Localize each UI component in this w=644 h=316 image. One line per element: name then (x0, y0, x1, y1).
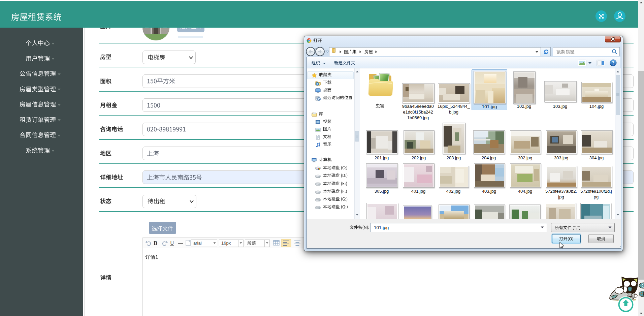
svg-text:U: U (170, 240, 174, 246)
svg-text:B: B (154, 240, 157, 246)
